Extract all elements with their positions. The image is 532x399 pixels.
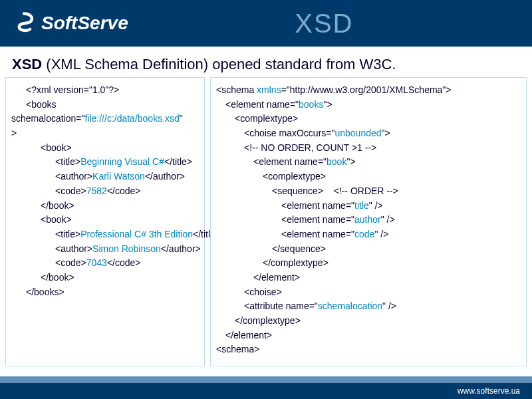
- xml-code-panel: <?xml version="1.0"?> <books schemalocat…: [5, 77, 205, 366]
- code-text: " />: [369, 200, 383, 211]
- code-text: </book>: [41, 272, 74, 283]
- code-text: </title>: [164, 156, 192, 167]
- code-text: </element>: [253, 272, 300, 283]
- code-text: <title>: [55, 156, 80, 167]
- code-text: <schema>: [216, 344, 259, 354]
- code-text: </author>: [145, 171, 185, 182]
- code-link-text: title: [354, 200, 369, 211]
- code-text: ">: [323, 99, 332, 110]
- code-link-text: Karli Watson: [92, 171, 145, 182]
- code-link-text: Professional C# 3th Edition: [80, 229, 193, 239]
- code-text: <choise>: [244, 287, 282, 297]
- footer-main-bar: www.softserve.ua: [0, 383, 532, 399]
- code-text: <code>: [55, 257, 86, 268]
- code-text: ">: [346, 156, 355, 167]
- code-link-text: 7043: [86, 257, 107, 268]
- code-text: " />: [381, 214, 395, 225]
- code-link-text: code: [354, 229, 374, 239]
- code-text: <element name=": [281, 214, 354, 225]
- code-link-text: schemalocation: [318, 301, 382, 311]
- code-text: <element name=": [281, 229, 354, 239]
- code-text: <element name=": [225, 99, 299, 110]
- code-text: </author>: [161, 243, 201, 254]
- slide-footer: www.softserve.ua: [0, 376, 532, 399]
- code-text: ="http://www.w3.org/2001/XMLSchema">: [281, 84, 452, 95]
- footer-url: www.softserve.ua: [458, 386, 520, 396]
- code-text: <complextype>: [235, 113, 298, 124]
- code-text: </complextype>: [235, 315, 301, 326]
- code-link-text: file:///c:/data/books.xsd: [84, 113, 179, 124]
- slide-header: SoftServe XSD: [0, 0, 532, 47]
- code-text: <sequence>: [272, 186, 323, 196]
- code-text: </code>: [107, 257, 141, 268]
- code-text: <attribute name=": [244, 301, 318, 311]
- code-text: </sequence>: [272, 243, 326, 254]
- subhead-bold: XSD: [12, 56, 42, 72]
- logo-icon: [12, 11, 36, 35]
- code-text: <element name=": [281, 200, 354, 211]
- logo: SoftServe: [12, 11, 128, 35]
- code-link-text: unbounded: [334, 128, 381, 138]
- code-link-text: Beginning Visual C#: [80, 156, 164, 167]
- code-text: <!-- ORDER -->: [334, 186, 398, 196]
- code-text: <book>: [41, 142, 72, 153]
- code-link-text: 7582: [86, 186, 107, 196]
- code-text: <book>: [41, 214, 72, 225]
- logo-text: SoftServe: [41, 13, 128, 34]
- code-text: <?xml version="1.0"?>: [26, 84, 119, 95]
- code-text: <choise maxOccurs=": [244, 128, 334, 138]
- code-text: </complextype>: [263, 257, 329, 268]
- code-text: <books: [26, 99, 57, 110]
- code-text: ">: [382, 128, 390, 138]
- code-link-text: Simon Robinson: [92, 243, 161, 254]
- code-text: <title>: [55, 229, 80, 239]
- code-link-text: books: [299, 99, 323, 110]
- slide-title: XSD: [128, 9, 520, 39]
- code-text: <!-- NO ORDER, COUNT >1 -->: [244, 142, 376, 153]
- code-text: <schema: [216, 84, 257, 95]
- code-text: >: [11, 128, 17, 138]
- code-text: " />: [374, 229, 388, 239]
- code-text: <code>: [55, 186, 86, 196]
- footer-accent-bar: [0, 376, 532, 383]
- code-text: </element>: [225, 330, 272, 340]
- slide-subheading: XSD (XML Schema Definition) opened stand…: [0, 47, 532, 77]
- code-text: </book>: [41, 200, 74, 211]
- slide-content: <?xml version="1.0"?> <books schemalocat…: [0, 77, 532, 366]
- code-text: <complextype>: [263, 171, 326, 182]
- code-text: <author>: [55, 171, 92, 182]
- code-text: </code>: [107, 186, 141, 196]
- code-text: <element name=": [253, 156, 327, 167]
- code-link-text: author: [354, 214, 381, 225]
- code-text: <author>: [55, 243, 92, 254]
- subhead-text: (XML Schema Definition) opened standard …: [42, 56, 396, 72]
- code-text: schemalocation=": [11, 113, 84, 124]
- code-link-text: book: [327, 156, 346, 167]
- code-text: </books>: [26, 287, 65, 297]
- code-text: " />: [382, 301, 396, 311]
- xsd-code-panel: <schema xmlns="http://www.w3.org/2001/XM…: [210, 77, 527, 366]
- code-text: ": [180, 113, 183, 124]
- code-link-text: xmlns: [257, 84, 281, 95]
